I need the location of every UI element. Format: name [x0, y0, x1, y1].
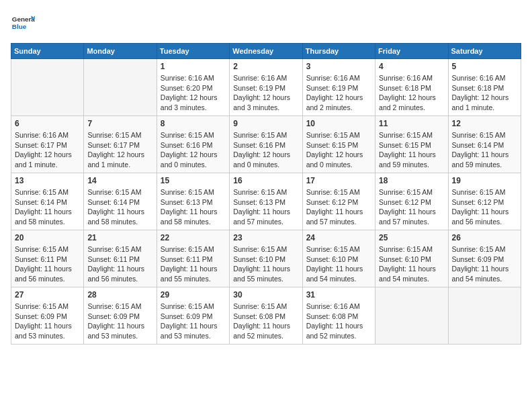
day-info: Sunrise: 6:16 AM Sunset: 6:19 PM Dayligh…: [306, 73, 371, 113]
day-number: 7: [87, 119, 152, 128]
day-info: Sunrise: 6:15 AM Sunset: 6:08 PM Dayligh…: [233, 302, 298, 341]
day-number: 23: [233, 233, 298, 242]
calendar-cell: 13Sunrise: 6:15 AM Sunset: 6:14 PM Dayli…: [11, 173, 84, 230]
day-number: 2: [233, 62, 298, 71]
day-info: Sunrise: 6:15 AM Sunset: 6:09 PM Dayligh…: [15, 302, 80, 341]
calendar-week-row: 1Sunrise: 6:16 AM Sunset: 6:20 PM Daylig…: [11, 59, 521, 116]
calendar-cell: 19Sunrise: 6:15 AM Sunset: 6:12 PM Dayli…: [448, 173, 521, 230]
calendar-week-row: 6Sunrise: 6:16 AM Sunset: 6:17 PM Daylig…: [11, 116, 521, 173]
day-info: Sunrise: 6:15 AM Sunset: 6:15 PM Dayligh…: [306, 130, 371, 170]
calendar-cell: 10Sunrise: 6:15 AM Sunset: 6:15 PM Dayli…: [302, 116, 375, 173]
day-number: 18: [379, 176, 444, 185]
calendar-cell: [11, 59, 84, 116]
day-number: 27: [15, 290, 80, 300]
day-number: 20: [15, 233, 80, 242]
calendar-cell: 22Sunrise: 6:15 AM Sunset: 6:11 PM Dayli…: [157, 230, 229, 287]
calendar-cell: 8Sunrise: 6:15 AM Sunset: 6:16 PM Daylig…: [157, 116, 229, 173]
day-info: Sunrise: 6:15 AM Sunset: 6:11 PM Dayligh…: [87, 244, 152, 284]
svg-text:Blue: Blue: [12, 23, 27, 30]
weekday-header-wednesday: Wednesday: [230, 44, 302, 59]
day-info: Sunrise: 6:15 AM Sunset: 6:15 PM Dayligh…: [379, 130, 444, 170]
day-number: 11: [379, 119, 444, 128]
calendar-cell: 30Sunrise: 6:15 AM Sunset: 6:08 PM Dayli…: [230, 287, 302, 345]
day-number: 24: [306, 233, 371, 242]
weekday-header-saturday: Saturday: [448, 44, 521, 59]
day-number: 22: [161, 233, 226, 242]
day-number: 19: [452, 176, 517, 185]
calendar-cell: 9Sunrise: 6:15 AM Sunset: 6:16 PM Daylig…: [230, 116, 302, 173]
calendar-week-row: 13Sunrise: 6:15 AM Sunset: 6:14 PM Dayli…: [11, 173, 521, 230]
day-info: Sunrise: 6:15 AM Sunset: 6:12 PM Dayligh…: [452, 187, 517, 227]
day-info: Sunrise: 6:15 AM Sunset: 6:16 PM Dayligh…: [233, 130, 298, 170]
day-number: 21: [87, 233, 152, 242]
calendar-cell: 29Sunrise: 6:15 AM Sunset: 6:09 PM Dayli…: [157, 287, 229, 345]
calendar-cell: 15Sunrise: 6:15 AM Sunset: 6:13 PM Dayli…: [157, 173, 229, 230]
day-number: 14: [87, 176, 152, 185]
calendar-cell: 11Sunrise: 6:15 AM Sunset: 6:15 PM Dayli…: [375, 116, 448, 173]
calendar-cell: 1Sunrise: 6:16 AM Sunset: 6:20 PM Daylig…: [157, 59, 229, 116]
day-info: Sunrise: 6:16 AM Sunset: 6:17 PM Dayligh…: [15, 130, 80, 170]
day-info: Sunrise: 6:15 AM Sunset: 6:13 PM Dayligh…: [161, 187, 226, 227]
day-number: 4: [379, 62, 444, 71]
day-info: Sunrise: 6:15 AM Sunset: 6:10 PM Dayligh…: [233, 244, 298, 284]
day-number: 3: [306, 62, 371, 71]
day-number: 5: [452, 62, 517, 71]
weekday-header-monday: Monday: [84, 44, 157, 59]
day-number: 9: [233, 119, 298, 128]
calendar-cell: 17Sunrise: 6:15 AM Sunset: 6:12 PM Dayli…: [302, 173, 375, 230]
calendar-cell: [84, 59, 157, 116]
calendar-cell: 5Sunrise: 6:16 AM Sunset: 6:18 PM Daylig…: [448, 59, 521, 116]
day-info: Sunrise: 6:16 AM Sunset: 6:20 PM Dayligh…: [161, 73, 226, 113]
day-info: Sunrise: 6:15 AM Sunset: 6:16 PM Dayligh…: [161, 130, 226, 170]
calendar-cell: 31Sunrise: 6:16 AM Sunset: 6:08 PM Dayli…: [302, 287, 375, 345]
weekday-header-friday: Friday: [375, 44, 448, 59]
day-info: Sunrise: 6:15 AM Sunset: 6:10 PM Dayligh…: [379, 244, 444, 284]
day-number: 31: [306, 290, 371, 300]
calendar-cell: [448, 287, 521, 345]
day-info: Sunrise: 6:15 AM Sunset: 6:14 PM Dayligh…: [452, 130, 517, 170]
day-number: 8: [161, 119, 226, 128]
calendar-week-row: 27Sunrise: 6:15 AM Sunset: 6:09 PM Dayli…: [11, 287, 521, 345]
day-number: 16: [233, 176, 298, 185]
day-info: Sunrise: 6:15 AM Sunset: 6:14 PM Dayligh…: [15, 187, 80, 227]
day-number: 10: [306, 119, 371, 128]
calendar-cell: 12Sunrise: 6:15 AM Sunset: 6:14 PM Dayli…: [448, 116, 521, 173]
day-info: Sunrise: 6:16 AM Sunset: 6:18 PM Dayligh…: [379, 73, 444, 113]
weekday-header-tuesday: Tuesday: [157, 44, 229, 59]
day-number: 28: [87, 290, 152, 300]
page-header: General Blue: [11, 11, 521, 35]
day-info: Sunrise: 6:15 AM Sunset: 6:11 PM Dayligh…: [15, 244, 80, 284]
weekday-header-thursday: Thursday: [302, 44, 375, 59]
calendar-cell: 7Sunrise: 6:15 AM Sunset: 6:17 PM Daylig…: [84, 116, 157, 173]
day-number: 29: [161, 290, 226, 300]
day-number: 1: [161, 62, 226, 71]
calendar-cell: 4Sunrise: 6:16 AM Sunset: 6:18 PM Daylig…: [375, 59, 448, 116]
day-info: Sunrise: 6:16 AM Sunset: 6:19 PM Dayligh…: [233, 73, 298, 113]
calendar-cell: [375, 287, 448, 345]
day-info: Sunrise: 6:15 AM Sunset: 6:12 PM Dayligh…: [306, 187, 371, 227]
calendar-header-row: SundayMondayTuesdayWednesdayThursdayFrid…: [11, 44, 521, 59]
day-number: 26: [452, 233, 517, 242]
day-info: Sunrise: 6:15 AM Sunset: 6:12 PM Dayligh…: [379, 187, 444, 227]
day-number: 15: [161, 176, 226, 185]
day-number: 13: [15, 176, 80, 185]
day-number: 17: [306, 176, 371, 185]
day-number: 30: [233, 290, 298, 300]
calendar-cell: 20Sunrise: 6:15 AM Sunset: 6:11 PM Dayli…: [11, 230, 84, 287]
calendar-cell: 26Sunrise: 6:15 AM Sunset: 6:09 PM Dayli…: [448, 230, 521, 287]
calendar-cell: 18Sunrise: 6:15 AM Sunset: 6:12 PM Dayli…: [375, 173, 448, 230]
day-info: Sunrise: 6:15 AM Sunset: 6:11 PM Dayligh…: [161, 244, 226, 284]
day-info: Sunrise: 6:15 AM Sunset: 6:09 PM Dayligh…: [87, 302, 152, 341]
day-info: Sunrise: 6:15 AM Sunset: 6:13 PM Dayligh…: [233, 187, 298, 227]
day-info: Sunrise: 6:16 AM Sunset: 6:18 PM Dayligh…: [452, 73, 517, 113]
day-info: Sunrise: 6:15 AM Sunset: 6:10 PM Dayligh…: [306, 244, 371, 284]
calendar-cell: 27Sunrise: 6:15 AM Sunset: 6:09 PM Dayli…: [11, 287, 84, 345]
calendar-cell: 28Sunrise: 6:15 AM Sunset: 6:09 PM Dayli…: [84, 287, 157, 345]
day-number: 6: [15, 119, 80, 128]
logo: General Blue: [11, 11, 35, 35]
day-info: Sunrise: 6:16 AM Sunset: 6:08 PM Dayligh…: [306, 302, 371, 341]
calendar-table: SundayMondayTuesdayWednesdayThursdayFrid…: [11, 43, 521, 345]
calendar-cell: 24Sunrise: 6:15 AM Sunset: 6:10 PM Dayli…: [302, 230, 375, 287]
day-info: Sunrise: 6:15 AM Sunset: 6:09 PM Dayligh…: [161, 302, 226, 341]
day-number: 12: [452, 119, 517, 128]
